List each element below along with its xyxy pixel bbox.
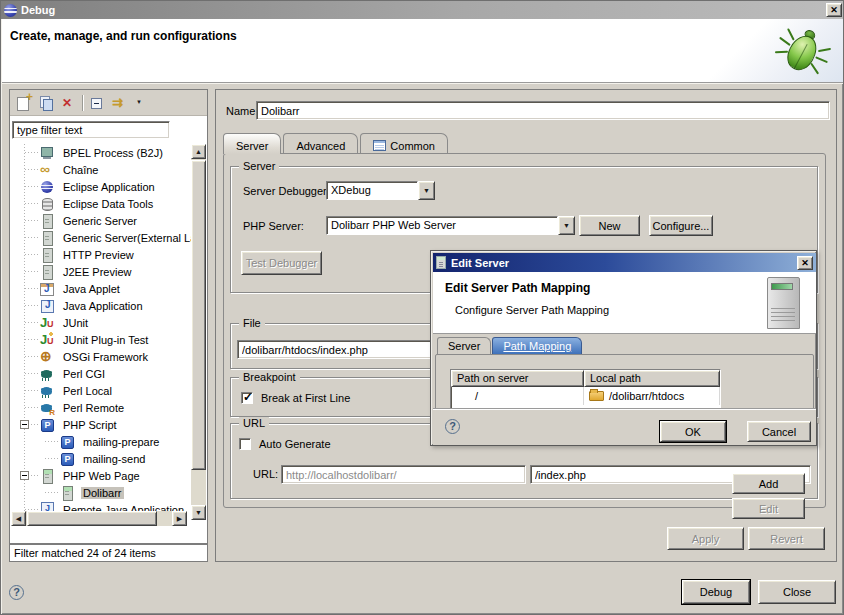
new-server-button[interactable]: New	[579, 215, 640, 236]
bpel-process-icon	[39, 145, 55, 161]
tab-advanced[interactable]: Advanced	[283, 133, 358, 154]
tree-item[interactable]: Perl Local	[11, 382, 191, 399]
hscroll-thumb[interactable]	[27, 511, 157, 526]
close-icon[interactable]: ✕	[826, 3, 842, 17]
chevron-down-icon[interactable]	[558, 216, 575, 235]
revert-button[interactable]: Revert	[748, 527, 825, 550]
tree-item-label: mailing-send	[81, 453, 147, 465]
server-icon	[39, 264, 55, 280]
menu-dropdown-icon[interactable]	[133, 95, 149, 111]
help-icon[interactable]	[9, 585, 24, 600]
osgi-icon	[39, 349, 55, 365]
tree-item[interactable]: JUnit Plug-in Test	[11, 331, 191, 348]
apply-button[interactable]: Apply	[667, 527, 744, 550]
new-config-icon[interactable]	[16, 95, 32, 111]
tree-item-label: OSGi Framework	[61, 351, 150, 363]
filter-input[interactable]	[12, 121, 170, 139]
camel-dark-icon	[39, 366, 55, 382]
break-first-line-checkbox[interactable]	[241, 392, 253, 404]
dialog-close-icon[interactable]: ✕	[797, 256, 813, 270]
tree-item[interactable]: mailing-prepare	[11, 433, 191, 450]
test-debugger-button[interactable]: Test Debugger	[241, 251, 322, 275]
server-icon	[39, 247, 55, 263]
tree-item-label: Perl Local	[61, 385, 114, 397]
cancel-button[interactable]: Cancel	[747, 421, 811, 442]
scroll-up-icon[interactable]: ▲	[191, 144, 206, 159]
tree-item[interactable]: Perl Remote	[11, 399, 191, 416]
scroll-right-icon[interactable]: ▶	[172, 511, 187, 526]
java-applet-icon	[39, 281, 55, 297]
configurations-panel: BPEL Process (B2J)ChaîneEclipse Applicat…	[9, 89, 208, 544]
add-button[interactable]: Add	[732, 473, 805, 494]
tree-item[interactable]: PHP Web Page	[11, 467, 191, 484]
table-row[interactable]: //dolibarr/htdocs	[451, 387, 720, 405]
window-titlebar[interactable]: Debug ✕	[1, 1, 844, 19]
tree-item[interactable]: J2EE Preview	[11, 263, 191, 280]
delete-icon[interactable]	[60, 95, 76, 111]
tree-item-label: Perl Remote	[61, 402, 126, 414]
dialog-subheading: Configure Server Path Mapping	[455, 304, 609, 316]
tree-item-label: PHP Web Page	[61, 470, 142, 482]
server-tower-icon	[767, 277, 800, 329]
tree-item[interactable]: Eclipse Application	[11, 178, 191, 195]
vscroll-thumb[interactable]	[191, 160, 206, 470]
tree-item[interactable]: JUnit	[11, 314, 191, 331]
name-input[interactable]	[256, 101, 830, 120]
tree-item[interactable]: Perl CGI	[11, 365, 191, 382]
edit-server-dialog: Edit Server ✕ Edit Server Path Mapping C…	[430, 250, 817, 446]
tree-item[interactable]: Java Application	[11, 297, 191, 314]
duplicate-icon[interactable]	[38, 95, 54, 111]
auto-generate-checkbox[interactable]	[239, 438, 251, 450]
ok-button[interactable]: OK	[660, 421, 726, 442]
collapse-all-icon[interactable]	[89, 95, 105, 111]
scroll-left-icon[interactable]: ◀	[11, 511, 26, 526]
collapse-expander-icon[interactable]	[20, 420, 29, 429]
tree-item[interactable]: Dolibarr	[11, 484, 191, 501]
dialog-tab-server[interactable]: Server	[437, 337, 491, 355]
server-debugger-label: Server Debugger:	[243, 185, 330, 197]
tree-item-label: Dolibarr	[81, 487, 124, 499]
edit-button[interactable]: Edit	[732, 498, 805, 519]
collapse-expander-icon[interactable]	[20, 471, 29, 480]
dialog-tabs: ServerPath Mapping	[437, 336, 583, 355]
tree-item-label: Eclipse Application	[61, 181, 157, 193]
tree-item[interactable]: mailing-send	[11, 450, 191, 467]
java-app-icon	[39, 298, 55, 314]
column-header-path-on-server[interactable]: Path on server	[451, 370, 584, 387]
php-server-combo[interactable]: Dolibarr PHP Web Server	[326, 216, 575, 235]
chevron-down-icon[interactable]	[418, 181, 435, 200]
breakpoint-group-title: Breakpoint	[239, 371, 300, 383]
tree-item[interactable]: PHP Script	[11, 416, 191, 433]
tree-item[interactable]: BPEL Process (B2J)	[11, 144, 191, 161]
column-header-local-path[interactable]: Local path	[584, 370, 720, 387]
tree-item-label: Generic Server(External La	[61, 232, 191, 244]
configure-button[interactable]: Configure...	[649, 215, 713, 236]
tree-item[interactable]: Generic Server(External La	[11, 229, 191, 246]
server-green-icon	[39, 468, 55, 484]
tree-item[interactable]: Chaîne	[11, 161, 191, 178]
scroll-down-icon[interactable]: ▼	[191, 505, 206, 520]
filter-icon[interactable]	[111, 95, 127, 111]
tree-item[interactable]: HTTP Preview	[11, 246, 191, 263]
local-path-text: /dolibarr/htdocs	[609, 390, 684, 402]
server-debugger-combo[interactable]: XDebug	[326, 181, 435, 200]
tab-server[interactable]: Server	[223, 133, 281, 154]
tree-vertical-scrollbar[interactable]: ▲ ▼	[191, 144, 206, 520]
tree-item[interactable]: Java Applet	[11, 280, 191, 297]
tab-common[interactable]: Common	[360, 133, 448, 154]
folder-icon	[589, 391, 604, 401]
tree-item[interactable]: Generic Server	[11, 212, 191, 229]
close-button[interactable]: Close	[758, 580, 836, 604]
url-base-input[interactable]	[281, 465, 526, 484]
tree-item-label: J2EE Preview	[61, 266, 133, 278]
tab-label: Advanced	[296, 140, 345, 152]
tree-item[interactable]: OSGi Framework	[11, 348, 191, 365]
url-label: URL:	[253, 468, 278, 480]
tree-item-label: HTTP Preview	[61, 249, 136, 261]
debug-button[interactable]: Debug	[682, 580, 750, 604]
dialog-titlebar[interactable]: Edit Server ✕	[433, 253, 816, 272]
tree-horizontal-scrollbar[interactable]: ◀ ▶	[11, 511, 187, 526]
dialog-tab-path-mapping[interactable]: Path Mapping	[492, 337, 582, 355]
help-icon[interactable]	[445, 419, 460, 434]
tree-item[interactable]: Eclipse Data Tools	[11, 195, 191, 212]
